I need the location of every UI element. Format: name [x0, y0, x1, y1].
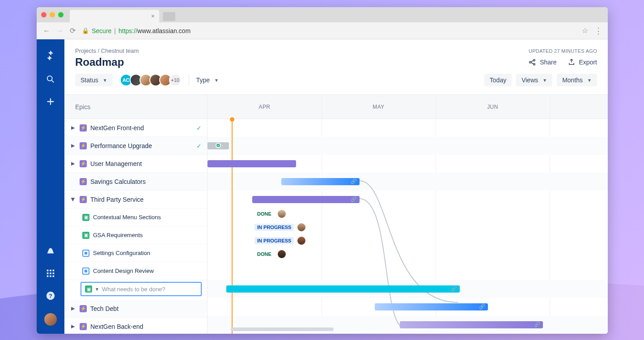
epic-row[interactable]: ▶ ⚡ Savings Calculators — [64, 173, 207, 191]
new-issue-field[interactable] — [102, 286, 197, 293]
notifications-icon[interactable] — [46, 246, 55, 256]
timeline-bar[interactable] — [208, 160, 296, 167]
check-icon: ✓ — [216, 143, 221, 148]
create-icon[interactable] — [46, 97, 55, 106]
filter-bar: Status ▼ AC +10 Type ▼ Today — [64, 74, 608, 94]
close-tab-icon[interactable]: × — [151, 13, 155, 20]
link-icon: 🔗 — [451, 286, 457, 292]
main-content: Projects / Chestnut team UPDATED 27 MINU… — [64, 39, 608, 334]
link-icon: 🔗 — [351, 178, 357, 184]
epic-row[interactable]: ▶ ⚡ NextGen Back-end — [64, 318, 207, 334]
assignee-filter[interactable]: AC +10 — [120, 74, 182, 86]
horizontal-scrollbar[interactable] — [231, 327, 334, 331]
secure-label: Secure — [92, 27, 111, 34]
epic-row[interactable]: ▶ ⚡ User Management — [64, 155, 207, 173]
epic-icon: ⚡ — [80, 305, 87, 312]
minimize-window-icon[interactable] — [50, 12, 55, 17]
epic-row[interactable]: ▶ ⚡ Tech Debt — [64, 300, 207, 318]
back-icon[interactable]: ← — [43, 27, 50, 35]
window-controls[interactable] — [41, 12, 64, 17]
browser-menu-icon[interactable]: ⋮ — [594, 26, 602, 36]
chevron-right-icon[interactable]: ▶ — [70, 323, 76, 329]
issue-name: Settings Configuration — [93, 250, 150, 256]
issue-status[interactable]: IN PROGRESS — [254, 223, 305, 232]
share-button[interactable]: Share — [528, 58, 556, 66]
close-window-icon[interactable] — [41, 12, 47, 17]
story-icon: ▣ — [82, 232, 89, 239]
apps-icon[interactable] — [46, 268, 55, 278]
done-check-icon: ✓ — [196, 142, 202, 149]
epic-icon: ⚡ — [80, 323, 87, 330]
export-button[interactable]: Export — [568, 58, 597, 66]
epic-row[interactable]: ▶ ⚡ NextGen Front-end ✓ — [64, 119, 207, 137]
timeline-bar[interactable]: 🔗 — [375, 303, 488, 310]
chevron-down-icon[interactable]: ▼ — [95, 287, 99, 292]
avatar — [297, 223, 305, 231]
issue-status[interactable]: DONE — [254, 250, 286, 259]
browser-tab[interactable]: × — [70, 10, 159, 22]
svg-rect-5 — [50, 272, 51, 274]
svg-text:?: ? — [49, 293, 52, 299]
done-check-icon: ✓ — [196, 124, 202, 132]
issue-row[interactable]: Content Design Review — [64, 262, 207, 280]
chevron-down-icon[interactable]: ▶ — [70, 196, 76, 203]
avatar-overflow[interactable]: +10 — [169, 74, 182, 86]
title-bar: Roadmap Share Export — [64, 54, 608, 74]
maximize-window-icon[interactable] — [58, 12, 64, 17]
chevron-down-icon: ▼ — [214, 78, 219, 83]
timeline-bar[interactable]: 🔗 — [252, 196, 360, 203]
svg-rect-1 — [47, 270, 49, 272]
svg-rect-7 — [47, 276, 49, 277]
timeline-bar[interactable]: 🔗 — [281, 178, 360, 185]
timeline-bar[interactable]: 🔗 — [400, 321, 543, 328]
story-icon: ▣ — [82, 214, 89, 221]
scale-button[interactable]: Months▼ — [557, 74, 597, 86]
timeline-bar[interactable]: ✓ — [208, 142, 229, 149]
search-icon[interactable] — [46, 74, 55, 84]
issue-row[interactable]: ▣GSA Requirements — [64, 226, 207, 244]
status-filter[interactable]: Status ▼ — [75, 74, 113, 86]
export-icon — [568, 58, 576, 66]
epic-row[interactable]: ▶ ⚡ Performance Upgrade ✓ — [64, 137, 207, 155]
epic-list: Epics ▶ ⚡ NextGen Front-end ✓ ▶ ⚡ Perfor… — [64, 95, 208, 334]
chevron-right-icon[interactable]: ▶ — [70, 125, 76, 131]
address-bar[interactable]: 🔒 Secure | https://www.atlassian.com — [82, 27, 576, 34]
issue-row[interactable]: Settings Configuration — [64, 244, 207, 262]
today-button[interactable]: Today — [484, 74, 512, 86]
reload-icon[interactable]: ⟳ — [70, 26, 76, 35]
svg-rect-4 — [47, 272, 49, 274]
new-tab-button[interactable] — [163, 12, 175, 21]
type-filter[interactable]: Type ▼ — [196, 76, 219, 84]
bookmark-icon[interactable]: ☆ — [582, 26, 588, 35]
share-label: Share — [540, 59, 556, 66]
chevron-down-icon: ▼ — [542, 78, 547, 83]
protocol: https:// — [119, 27, 137, 34]
breadcrumb-projects[interactable]: Projects — [75, 47, 96, 54]
chevron-down-icon: ▼ — [587, 78, 592, 83]
create-issue-input[interactable]: ▣ ▼ — [80, 282, 202, 296]
browser-window: × ← → ⟳ 🔒 Secure | https://www.atlassian… — [37, 7, 608, 334]
epic-name: User Management — [90, 160, 142, 167]
epic-row[interactable]: ▶ ⚡ Third Party Service — [64, 191, 207, 208]
issue-row[interactable]: ▣Contextual Menu Sections — [64, 208, 207, 226]
svg-rect-2 — [50, 270, 51, 272]
timeline-area[interactable]: APR MAY JUN — [208, 95, 608, 334]
issue-name: Contextual Menu Sections — [93, 214, 161, 221]
chevron-right-icon[interactable]: ▶ — [70, 143, 76, 149]
chevron-right-icon[interactable]: ▶ — [70, 161, 76, 166]
help-icon[interactable]: ? — [46, 291, 55, 301]
updated-timestamp: UPDATED 27 MINUTES AGO — [529, 48, 597, 54]
epic-name: NextGen Back-end — [90, 323, 143, 330]
breadcrumb-row: Projects / Chestnut team UPDATED 27 MINU… — [64, 39, 608, 54]
jira-logo-icon[interactable] — [44, 49, 57, 62]
timeline-bar[interactable]: 🔗 — [226, 285, 460, 293]
issue-status[interactable]: IN PROGRESS — [254, 236, 305, 245]
issue-status[interactable]: DONE — [254, 209, 286, 218]
breadcrumb-team[interactable]: Chestnut team — [101, 47, 139, 54]
profile-avatar[interactable] — [44, 313, 57, 326]
roadmap-grid: Epics ▶ ⚡ NextGen Front-end ✓ ▶ ⚡ Perfor… — [64, 94, 608, 334]
views-button[interactable]: Views▼ — [516, 74, 552, 86]
chevron-down-icon: ▼ — [103, 78, 107, 83]
chevron-right-icon[interactable]: ▶ — [70, 306, 76, 311]
svg-rect-3 — [53, 270, 55, 272]
